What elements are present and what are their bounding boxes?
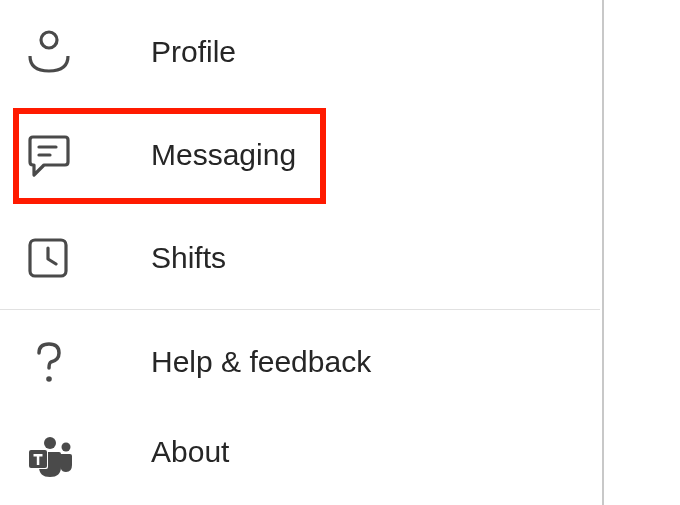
menu-item-label: Messaging xyxy=(106,138,296,172)
menu-item-label: Shifts xyxy=(106,241,226,275)
menu-item-messaging[interactable]: Messaging xyxy=(0,103,600,206)
svg-point-4 xyxy=(46,376,52,382)
teams-icon xyxy=(26,435,106,481)
vertical-separator xyxy=(602,0,604,505)
menu-item-label: Profile xyxy=(106,35,236,69)
svg-point-6 xyxy=(62,443,71,452)
menu-item-about[interactable]: About xyxy=(0,413,600,505)
settings-menu: Profile Messaging Shifts xyxy=(0,0,600,505)
menu-item-profile[interactable]: Profile xyxy=(0,0,600,103)
clock-icon xyxy=(26,236,106,280)
profile-icon xyxy=(26,29,106,75)
menu-item-help[interactable]: Help & feedback xyxy=(0,310,600,413)
svg-point-0 xyxy=(41,32,57,48)
menu-item-shifts[interactable]: Shifts xyxy=(0,206,600,309)
svg-point-5 xyxy=(44,437,56,449)
question-icon xyxy=(26,339,106,385)
svg-rect-10 xyxy=(37,454,40,465)
messaging-icon xyxy=(26,132,106,178)
menu-item-label: About xyxy=(106,435,229,469)
menu-item-label: Help & feedback xyxy=(106,345,371,379)
